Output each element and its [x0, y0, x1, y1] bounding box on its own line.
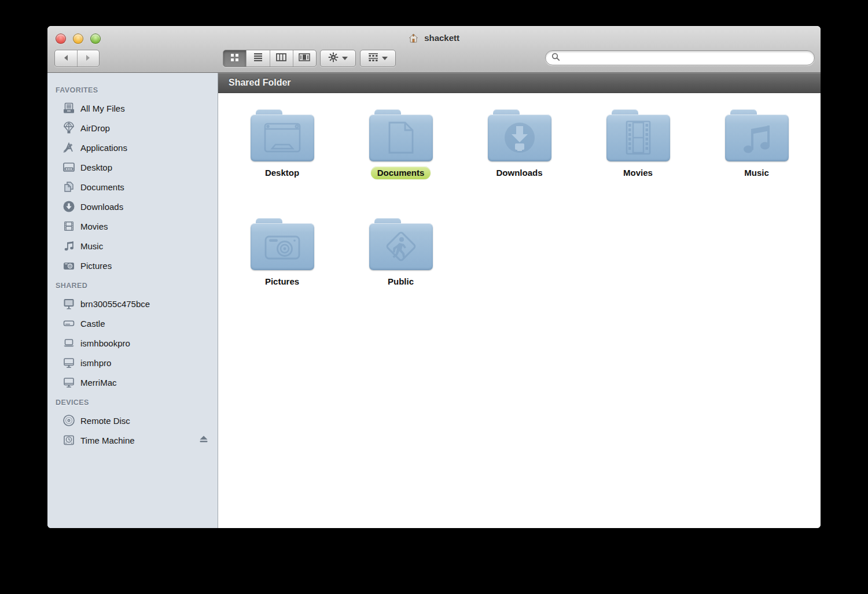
sidebar-item-castle[interactable]: Castle [47, 313, 218, 333]
home-icon [409, 31, 418, 49]
sidebar-item-applications[interactable]: Applications [47, 138, 218, 157]
sidebar-item-all-my-files[interactable]: All My Files [47, 98, 218, 118]
folder-item-music[interactable]: Music [697, 109, 816, 218]
folder-icon[interactable] [251, 109, 314, 161]
shared-folder-banner: Shared Folder [218, 73, 821, 93]
sidebar-item-ismhbookpro[interactable]: ismhbookpro [47, 333, 218, 353]
downloads-icon [62, 200, 75, 213]
folder-label[interactable]: Public [381, 275, 420, 288]
sidebar-item-label: Pictures [80, 261, 208, 271]
sidebar-item-label: All My Files [80, 104, 208, 113]
imac-icon [62, 356, 75, 369]
back-button[interactable] [55, 50, 77, 67]
search-icon [551, 53, 560, 64]
finder-window: shackett FAVORITESAll My FilesAirDropApp… [47, 26, 821, 528]
list-view-icon [253, 53, 263, 64]
music-icon [62, 239, 75, 252]
sidebar-item-time-machine[interactable]: Time Machine [47, 430, 218, 450]
time-capsule-icon [62, 317, 75, 330]
folder-icon[interactable] [488, 109, 551, 161]
sidebar-item-label: MerriMac [80, 378, 208, 388]
sidebar-section-favorites: FAVORITES [47, 84, 218, 98]
arrange-menu-button[interactable] [360, 50, 396, 67]
column-view-icon [276, 53, 286, 64]
folder-item-desktop[interactable]: Desktop [223, 109, 341, 218]
sidebar-item-label: Applications [80, 143, 208, 153]
document-emblem [388, 121, 414, 154]
folder-label[interactable]: Downloads [490, 167, 549, 179]
sidebar-item-label: ismhpro [80, 358, 208, 368]
icon-view-button[interactable] [223, 50, 246, 67]
sidebar-item-airdrop[interactable]: AirDrop [47, 118, 218, 138]
search-field[interactable] [545, 50, 815, 65]
airdrop-icon [62, 121, 75, 134]
folder-icon[interactable] [369, 218, 433, 270]
laptop-icon [62, 337, 75, 349]
arrange-grid-icon [368, 53, 378, 64]
column-view-button[interactable] [270, 50, 293, 67]
desktop-emblem [264, 123, 301, 153]
action-menu-button[interactable] [320, 50, 356, 67]
sidebar-item-remote-disc[interactable]: Remote Disc [47, 411, 218, 430]
eject-icon[interactable] [199, 435, 208, 445]
folder-item-downloads[interactable]: Downloads [460, 109, 579, 218]
movies-icon [62, 220, 75, 233]
folder-item-public[interactable]: Public [341, 218, 460, 327]
folder-icon[interactable] [251, 218, 314, 270]
sidebar-section-devices: DEVICES [47, 397, 218, 411]
music-emblem [742, 121, 772, 154]
sidebar-item-downloads[interactable]: Downloads [47, 197, 218, 216]
folder-label[interactable]: Music [738, 167, 775, 179]
gear-icon [328, 52, 339, 65]
sidebar-item-brn30055c475bce[interactable]: brn30055c475bce [47, 294, 218, 313]
sidebar-item-label: Downloads [80, 202, 208, 212]
folder-item-pictures[interactable]: Pictures [223, 218, 341, 327]
folder-label[interactable]: Movies [617, 167, 659, 179]
main-content: Shared Folder DesktopDocumentsDownloadsM… [218, 73, 821, 528]
folder-icon[interactable] [369, 109, 433, 161]
public-emblem [384, 229, 418, 264]
sidebar-section-shared: SHARED [47, 280, 218, 294]
sidebar-item-ismhpro[interactable]: ismhpro [47, 353, 218, 372]
folder-item-movies[interactable]: Movies [579, 109, 697, 218]
sidebar-item-label: Music [80, 241, 208, 251]
list-view-button[interactable] [246, 50, 269, 67]
forward-button[interactable] [77, 50, 100, 67]
documents-icon [62, 180, 75, 193]
coverflow-view-button[interactable] [293, 50, 316, 67]
back-arrow-icon [62, 53, 69, 64]
downloads-emblem [502, 120, 537, 155]
sidebar-item-label: Movies [80, 222, 208, 231]
sidebar-item-pictures[interactable]: Pictures [47, 256, 218, 275]
search-input[interactable] [564, 53, 808, 63]
sidebar-item-label: AirDrop [80, 123, 208, 133]
pictures-emblem [264, 233, 300, 260]
sidebar-item-label: Desktop [80, 163, 208, 172]
folder-label-selected[interactable]: Documents [371, 167, 431, 179]
sidebar-item-music[interactable]: Music [47, 236, 218, 256]
folder-icon[interactable] [606, 109, 670, 161]
title-bar[interactable]: shackett [47, 26, 821, 73]
folder-icon[interactable] [725, 109, 789, 161]
imac-icon [62, 376, 75, 389]
window-title: shackett [47, 29, 821, 49]
view-mode-buttons [223, 50, 317, 67]
sidebar: FAVORITESAll My FilesAirDropApplications… [47, 73, 218, 528]
sidebar-item-documents[interactable]: Documents [47, 177, 218, 197]
sidebar-item-merrimac[interactable]: MerriMac [47, 372, 218, 392]
sidebar-item-label: Remote Disc [80, 416, 208, 426]
coverflow-view-icon [299, 53, 310, 64]
folder-item-documents[interactable]: Documents [341, 109, 460, 218]
sidebar-item-desktop[interactable]: Desktop [47, 157, 218, 177]
folder-label[interactable]: Desktop [259, 167, 306, 179]
desktop-icon [62, 161, 75, 174]
all-my-files-icon [62, 102, 75, 115]
folder-label[interactable]: Pictures [259, 275, 306, 288]
sidebar-item-movies[interactable]: Movies [47, 216, 218, 236]
chevron-down-icon [382, 57, 388, 60]
forward-arrow-icon [84, 53, 91, 64]
network-display-icon [62, 297, 75, 310]
sidebar-item-label: Documents [80, 182, 208, 192]
icon-view-icon [230, 53, 239, 64]
navigation-buttons [54, 50, 100, 67]
